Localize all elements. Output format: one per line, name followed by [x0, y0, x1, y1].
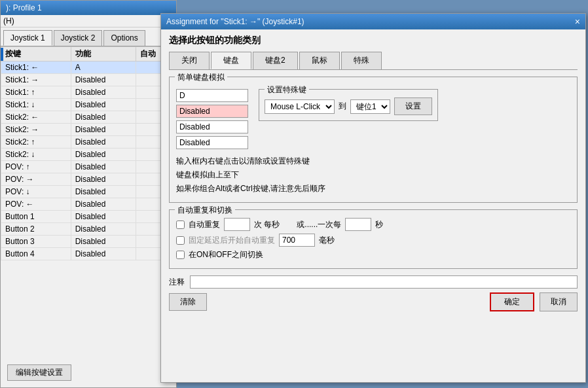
table-row[interactable]: POV: ←Disabled [1, 198, 176, 211]
tab-joystick1[interactable]: Joystick 1 [3, 30, 52, 46]
dialog-titlebar: Assignment for "Stick1: →" (Joystick#1) … [161, 14, 585, 29]
dialog-subtitle: 选择此按钮的功能类别 [169, 35, 578, 46]
special-key-from-select[interactable]: Mouse L-Click [265, 99, 335, 114]
background-window: ): Profile 1 (H) Joystick 1 Joystick 2 O… [0, 0, 177, 388]
auto-repeat-or: 或......一次每 [297, 219, 341, 230]
kbd-input-4[interactable] [176, 136, 248, 149]
tab-mouse[interactable]: 鼠标 [299, 52, 340, 69]
bottom-bar: 清除 确定 取消 [169, 292, 578, 311]
auto-repeat-sec-input[interactable] [345, 218, 371, 231]
tab-options[interactable]: Options [103, 30, 145, 46]
table-row[interactable]: Stick2: →Disabled [1, 124, 176, 136]
table-row[interactable]: Stick2: ↓Disabled [1, 149, 176, 161]
bg-footer: 编辑按键设置 [7, 364, 71, 381]
key-table: 按键 功能 自动 Stick1: ←AStick1: →DisabledStic… [1, 46, 176, 260]
simple-kbd-group: 简单键盘模拟 设置特殊键 Mouse L-Click 到 [169, 77, 578, 203]
fixed-delay-label: 固定延迟后开始自动重复 [189, 235, 275, 246]
table-row[interactable]: Stick2: ↑Disabled [1, 136, 176, 149]
bg-title: ): Profile 1 [6, 3, 42, 12]
kbd-sim-container: 设置特殊键 Mouse L-Click 到 键位1 设置 [176, 89, 570, 149]
table-row[interactable]: Button 3Disabled [1, 236, 176, 248]
fixed-delay-input[interactable] [279, 234, 315, 247]
auto-repeat-checkbox[interactable] [176, 220, 185, 229]
blue-accent-bar [1, 48, 3, 61]
on-off-checkbox[interactable] [176, 251, 185, 259]
tab-keyboard[interactable]: 键盘 [211, 52, 251, 69]
tab-special[interactable]: 特殊 [341, 52, 382, 69]
table-row[interactable]: Stick1: →Disabled [1, 74, 176, 86]
table-row[interactable]: Button 1Disabled [1, 211, 176, 223]
fixed-delay-unit: 毫秒 [319, 235, 335, 246]
on-off-row: 在ON和OFF之间切换 [176, 249, 570, 260]
special-key-set-button[interactable]: 设置 [394, 97, 432, 115]
bg-tabs: Joystick 1 Joystick 2 Options [1, 27, 176, 46]
table-row[interactable]: POV: ↑Disabled [1, 161, 176, 173]
info-text-2: 键盘模拟由上至下 [176, 169, 570, 181]
fixed-delay-row: 固定延迟后开始自动重复 毫秒 [176, 234, 570, 247]
tab-keyboard2[interactable]: 键盘2 [253, 52, 298, 69]
note-input[interactable] [190, 275, 578, 289]
kbd-input-3[interactable] [176, 120, 248, 133]
simple-kbd-legend: 简单键盘模拟 [175, 72, 227, 83]
on-off-label: 在ON和OFF之间切换 [189, 249, 263, 260]
table-row[interactable]: POV: →Disabled [1, 173, 176, 186]
tab-close[interactable]: 关闭 [169, 52, 210, 69]
kbd-input-2[interactable] [176, 105, 248, 118]
table-row[interactable]: POV: ↓Disabled [1, 186, 176, 198]
clear-button[interactable]: 清除 [169, 293, 207, 311]
auto-legend: 自动重复和切换 [175, 205, 235, 216]
auto-repeat-times-input[interactable] [224, 218, 250, 231]
table-row[interactable]: Stick2: ←Disabled [1, 111, 176, 124]
special-key-to-label: 到 [339, 101, 346, 112]
bg-table-container: 按键 功能 自动 Stick1: ←AStick1: →DisabledStic… [1, 46, 176, 260]
info-text-3: 如果你组合Alt或者Ctrl按键,请注意先后顺序 [176, 183, 570, 194]
note-row: 注释 [169, 275, 578, 289]
auto-repeat-label: 自动重复 [189, 219, 220, 230]
table-row[interactable]: Button 4Disabled [1, 248, 176, 260]
table-row[interactable]: Button 2Disabled [1, 223, 176, 236]
edit-key-settings-button[interactable]: 编辑按键设置 [7, 364, 71, 381]
confirm-button[interactable]: 确定 [490, 292, 534, 311]
col-function: 功能 [71, 47, 136, 62]
tab-joystick2[interactable]: Joystick 2 [54, 30, 103, 46]
kbd-inputs-list [176, 89, 248, 149]
info-text-1: 输入框内右键点击以清除或设置特殊键 [176, 156, 570, 167]
assignment-dialog: Assignment for "Stick1: →" (Joystick#1) … [160, 13, 586, 383]
bg-titlebar: ): Profile 1 [1, 1, 176, 15]
note-label: 注释 [169, 277, 185, 288]
auto-repeat-sec: 秒 [375, 219, 383, 230]
dialog-close-button[interactable]: × [575, 16, 580, 27]
special-key-position-select[interactable]: 键位1 [350, 99, 390, 114]
fixed-delay-checkbox[interactable] [176, 236, 185, 245]
dialog-title: Assignment for "Stick1: →" (Joystick#1) [166, 17, 304, 26]
auto-repeat-group: 自动重复和切换 自动重复 次 每秒 或......一次每 秒 固定延迟后开始自动… [169, 209, 578, 269]
table-row[interactable]: Stick1: ↓Disabled [1, 99, 176, 111]
bg-menubar[interactable]: (H) [1, 15, 176, 27]
dialog-tab-bar: 关闭 键盘 键盘2 鼠标 特殊 [169, 52, 578, 70]
special-key-row: Mouse L-Click 到 键位1 设置 [265, 97, 432, 115]
auto-repeat-per-sec: 次 每秒 [254, 219, 280, 230]
special-key-legend: 设置特殊键 [265, 84, 309, 96]
confirm-cancel-group: 确定 取消 [490, 292, 578, 311]
cancel-button[interactable]: 取消 [540, 292, 578, 311]
col-key: 按键 [1, 47, 71, 62]
dialog-body: 选择此按钮的功能类别 关闭 键盘 键盘2 鼠标 特殊 简单键盘模拟 设置特殊键 [161, 29, 585, 317]
kbd-input-1[interactable] [176, 89, 248, 102]
table-row[interactable]: Stick1: ↑Disabled [1, 86, 176, 99]
special-key-section: 设置特殊键 Mouse L-Click 到 键位1 设置 [259, 89, 438, 121]
info-area: 输入框内右键点击以清除或设置特殊键 键盘模拟由上至下 如果你组合Alt或者Ctr… [176, 156, 570, 194]
auto-repeat-row: 自动重复 次 每秒 或......一次每 秒 [176, 218, 570, 231]
table-row[interactable]: Stick1: ←A [1, 62, 176, 74]
